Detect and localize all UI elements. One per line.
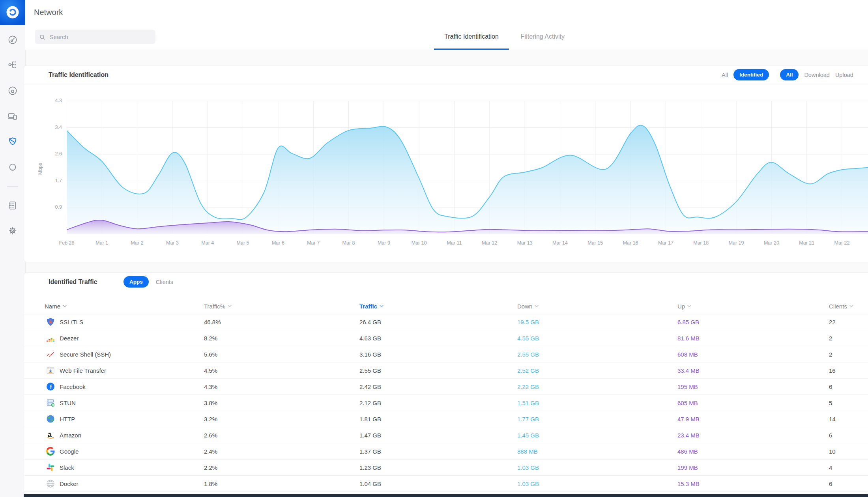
traffic-value: 26.4 GB	[359, 319, 517, 325]
app-name-label: STUN	[60, 400, 76, 406]
identification-option-all[interactable]: All	[722, 72, 728, 78]
sidebar	[0, 25, 26, 497]
unifi-logo-icon	[0, 0, 25, 25]
app-name-label: Docker	[60, 480, 79, 487]
clients-count: 14	[829, 416, 868, 422]
app-name: Google	[24, 447, 204, 456]
traffic-area-chart[interactable]	[67, 89, 868, 236]
tab-filtering-activity[interactable]: Filtering Activity	[511, 24, 575, 50]
upload-value: 23.4 MB	[677, 432, 829, 439]
traffic-chart[interactable]: Mbps 4.33.42.61.70.9Feb 28Mar 1Mar 2Mar …	[24, 84, 868, 262]
sidebar-item-topology[interactable]	[7, 60, 18, 70]
search-box[interactable]	[35, 30, 155, 44]
table-row[interactable]: Secure Shell (SSH)5.6%3.16 GB2.55 GB608 …	[24, 346, 868, 362]
download-value: 2.22 GB	[517, 383, 677, 390]
x-axis-tick: Mar 4	[190, 240, 225, 246]
collapsed-panel-edge[interactable]	[24, 494, 868, 497]
sidebar-item-journal[interactable]	[7, 200, 18, 211]
upload-value: 47.9 MB	[677, 416, 829, 422]
table-row[interactable]: STUN3.8%2.12 GB1.51 GB605 MB5	[24, 395, 868, 411]
traffic-value: 1.47 GB	[359, 432, 517, 439]
search-input[interactable]	[49, 33, 151, 41]
table-row[interactable]: SSL/TLS46.8%26.4 GB19.5 GB6.85 GB22	[24, 314, 868, 330]
apps-clients-toggle: AppsClients	[123, 273, 173, 291]
view-option-apps[interactable]: Apps	[123, 276, 149, 288]
app-name: Deezer	[24, 334, 204, 342]
x-axis-tick: Mar 20	[754, 240, 789, 246]
y-axis-label: Mbps	[37, 163, 43, 175]
x-axis-tick: Mar 5	[225, 240, 261, 246]
gauge-icon	[7, 35, 18, 45]
deezer-icon	[46, 334, 55, 342]
sidebar-item-settings[interactable]	[7, 226, 18, 236]
download-value: 1.77 GB	[517, 416, 677, 422]
unifi-logo[interactable]	[0, 0, 25, 25]
traffic-value: 1.81 GB	[359, 416, 517, 422]
column-header-down[interactable]: Down	[517, 303, 677, 310]
table-row[interactable]: Slack2.2%1.23 GB1.03 GB199 MB4	[24, 460, 868, 476]
x-axis-tick: Mar 13	[507, 240, 542, 246]
table-row[interactable]: fFacebook4.3%2.42 GB2.22 GB195 MB6	[24, 379, 868, 395]
table-row[interactable]: HTTP3.2%1.81 GB1.77 GB47.9 MB14	[24, 411, 868, 427]
column-header-clients[interactable]: Clients	[829, 303, 868, 310]
app-name-label: Deezer	[60, 335, 79, 342]
table-row[interactable]: aAmazon2.6%1.47 GB1.45 GB23.4 MB6	[24, 427, 868, 443]
sidebar-item-insights[interactable]	[7, 163, 18, 173]
x-axis-tick: Mar 18	[683, 240, 719, 246]
download-value: 1.51 GB	[517, 400, 677, 406]
upload-value: 81.6 MB	[677, 335, 829, 342]
traffic-value: 2.12 GB	[359, 400, 517, 406]
clients-count: 6	[829, 432, 868, 439]
app-name-label: Slack	[60, 464, 74, 471]
column-header-traffic[interactable]: Traffic%	[204, 303, 359, 310]
x-axis-tick: Mar 1	[84, 240, 120, 246]
sidebar-item-clients[interactable]	[7, 111, 18, 121]
chevron-down-icon	[380, 305, 383, 307]
direction-option-upload[interactable]: Upload	[835, 72, 853, 78]
identification-option-identified[interactable]: Identified	[733, 69, 769, 80]
tab-traffic-identification[interactable]: Traffic Identification	[434, 24, 509, 50]
chevron-down-icon	[849, 305, 853, 307]
column-header-up[interactable]: Up	[677, 303, 829, 310]
x-axis-tick: Mar 22	[824, 240, 860, 246]
y-axis-tick: 0.9	[46, 204, 62, 210]
x-axis-tick: Mar 14	[542, 240, 578, 246]
table-row[interactable]: Google2.4%1.37 GB888 MB486 MB10	[24, 443, 868, 460]
app-name: aAmazon	[24, 431, 204, 439]
traffic-percent-value: 4.3%	[204, 383, 359, 390]
x-axis-tick: Mar 12	[472, 240, 507, 246]
app-name: Secure Shell (SSH)	[24, 350, 204, 359]
column-header-name[interactable]: Name	[24, 303, 204, 310]
chart-card-title: Traffic Identification	[49, 71, 108, 78]
x-axis-tick: Mar 10	[401, 240, 437, 246]
direction-option-all[interactable]: All	[780, 69, 799, 80]
upload-value: 33.4 MB	[677, 367, 829, 374]
clients-icon	[7, 111, 18, 121]
app-name: fFacebook	[24, 382, 204, 391]
direction-option-download[interactable]: Download	[804, 72, 830, 78]
sidebar-item-devices[interactable]	[7, 86, 18, 96]
table-body: SSL/TLS46.8%26.4 GB19.5 GB6.85 GB22Deeze…	[24, 314, 868, 492]
table-row[interactable]: Deezer8.2%4.63 GB4.55 GB81.6 MB2	[24, 330, 868, 346]
column-header-traffic[interactable]: Traffic	[359, 303, 517, 310]
tab-bar: Traffic IdentificationFiltering Activity	[434, 24, 575, 50]
sidebar-item-security[interactable]	[7, 136, 18, 147]
traffic-percent-value: 2.2%	[204, 464, 359, 471]
clients-count: 5	[829, 400, 868, 406]
column-header-label: Name	[45, 303, 60, 310]
view-option-clients[interactable]: Clients	[156, 279, 173, 285]
traffic-percent-value: 3.8%	[204, 400, 359, 406]
table-row[interactable]: Web File Transfer4.5%2.55 GB2.52 GB33.4 …	[24, 362, 868, 379]
table-row[interactable]: Docker1.8%1.04 GB1.03 GB15.3 MB6	[24, 476, 868, 492]
download-value: 1.45 GB	[517, 432, 677, 439]
y-axis-tick: 2.6	[46, 151, 62, 157]
traffic-percent-value: 3.2%	[204, 416, 359, 422]
stun-icon	[46, 398, 55, 407]
x-axis-tick: Mar 16	[613, 240, 648, 246]
app-name-label: Amazon	[60, 432, 81, 439]
chevron-down-icon	[687, 305, 691, 307]
app-name: HTTP	[24, 415, 204, 423]
traffic-value: 4.63 GB	[359, 335, 517, 342]
sidebar-item-dashboard[interactable]	[7, 35, 18, 45]
x-axis-tick: Mar 19	[718, 240, 754, 246]
